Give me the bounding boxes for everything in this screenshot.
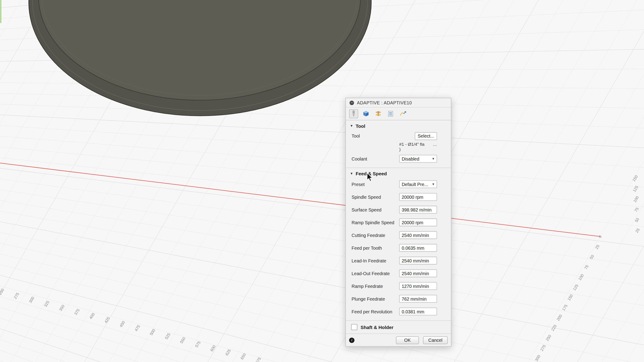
tab-heights[interactable] (374, 109, 383, 118)
ramp-spindle-speed-input[interactable]: 20000 rpm (399, 218, 437, 226)
chevron-down-icon: ▼ (432, 157, 436, 160)
axis-label: 425 (104, 316, 111, 324)
axis-label: 150 (632, 174, 639, 182)
axis-label: 125 (632, 185, 639, 193)
tool-row: Tool Select... (346, 130, 451, 142)
lead-in-feedrate-input[interactable]: 2540 mm/min (399, 257, 437, 264)
tool-description: #1 - Ø1/4" fla … ) (399, 142, 437, 152)
surface-speed-input[interactable]: 398.982 m/min (399, 206, 437, 214)
preset-select[interactable]: Default Pre... ▼ (399, 180, 437, 188)
shaft-holder-checkbox[interactable] (351, 324, 357, 330)
tool-label: Tool (352, 134, 360, 138)
feed-per-revolution-label: Feed per Revolution (352, 309, 392, 314)
dialog-footer: i OK Cancel (346, 334, 451, 346)
tool-description-line2: ) (399, 147, 401, 152)
tab-geometry[interactable] (361, 109, 370, 118)
axis-label: 75 (634, 207, 640, 213)
axis-label: 200 (556, 314, 563, 322)
coolant-value: Disabled (402, 156, 419, 161)
dialog-tab-bar (346, 108, 451, 120)
linking-icon (399, 110, 407, 118)
viewport-canvas[interactable]: 2502753003253503754004254504755005255505… (0, 0, 644, 362)
ok-button[interactable]: OK (396, 336, 419, 344)
feed-per-revolution-input[interactable]: 0.0381 mm (399, 308, 437, 316)
dialog-title-bar[interactable]: − ADAPTIVE : ADAPTIVE10 (346, 98, 451, 108)
passes-icon (387, 110, 394, 118)
field-row-ramp-feedrate: Ramp Feedrate 1270 mm/min (346, 280, 451, 292)
tab-passes[interactable] (386, 109, 395, 118)
axis-label: 50 (634, 217, 640, 223)
feed-speed-section-header[interactable]: ▼ Feed & Speed (346, 168, 451, 178)
field-row-spindle-speed: Spindle Speed 20000 rpm (346, 190, 451, 203)
field-row-lead-in-feedrate: Lead-In Feedrate 2540 mm/min (346, 254, 451, 267)
field-row-feed-per-tooth: Feed per Tooth 0.0635 mm (346, 242, 451, 254)
axis-label: 350 (58, 304, 66, 312)
surface-speed-label: Surface Speed (352, 207, 381, 212)
preset-label: Preset (352, 182, 364, 187)
axis-label: 225 (550, 324, 558, 332)
plunge-feedrate-label: Plunge Feedrate (352, 296, 385, 301)
info-icon[interactable]: i (349, 338, 354, 343)
coolant-row: Coolant Disabled ▼ (346, 152, 451, 165)
field-row-feed-per-revolution: Feed per Revolution 0.0381 mm (346, 305, 451, 318)
plunge-feedrate-input[interactable]: 762 mm/min (399, 295, 437, 303)
coolant-select[interactable]: Disabled ▼ (399, 155, 437, 162)
field-row-ramp-spindle-speed: Ramp Spindle Speed 20000 rpm (346, 216, 451, 229)
spindle-speed-input[interactable]: 20000 rpm (399, 193, 437, 201)
axis-label: 150 (566, 294, 574, 302)
tab-tool[interactable] (349, 109, 358, 118)
collapse-dialog-icon[interactable]: − (350, 100, 354, 105)
spindle-speed-label: Spindle Speed (352, 194, 381, 200)
ramp-feedrate-label: Ramp Feedrate (352, 284, 383, 288)
field-row-surface-speed: Surface Speed 398.982 m/min (346, 203, 451, 216)
tool-select-button[interactable]: Select... (415, 132, 437, 140)
tool-icon (350, 110, 358, 118)
collapse-triangle-icon: ▼ (350, 172, 353, 175)
axis-label: 400 (88, 312, 96, 320)
axis-label: 600 (209, 344, 216, 352)
axis-label: 475 (134, 324, 141, 332)
axis-label: 450 (118, 320, 126, 328)
geometry-cube-icon (362, 110, 370, 118)
axis-label: 100 (632, 195, 640, 203)
field-row-lead-out-feedrate: Lead-Out Feedrate 2540 mm/min (346, 267, 451, 280)
tab-linking[interactable] (398, 109, 408, 118)
heights-icon (374, 110, 382, 118)
coolant-label: Coolant (352, 156, 367, 161)
axis-label: 325 (43, 300, 50, 308)
shaft-holder-label: Shaft & Holder (361, 325, 394, 330)
lead-out-feedrate-input[interactable]: 2540 mm/min (399, 270, 437, 277)
axis-label: 75 (583, 264, 590, 270)
feed-per-tooth-input[interactable]: 0.0635 mm (399, 244, 437, 252)
tool-description-line1: #1 - Ø1/4" fla (399, 142, 424, 147)
axis-label: 575 (194, 340, 202, 348)
dialog-title: ADAPTIVE : ADAPTIVE10 (357, 100, 412, 105)
axis-label: 675 (255, 356, 262, 362)
axis-label: 250 (545, 334, 552, 342)
ramp-spindle-speed-label: Ramp Spindle Speed (352, 220, 394, 225)
part-disc[interactable] (29, 0, 371, 116)
cutting-feedrate-label: Cutting Feedrate (352, 232, 385, 238)
axis-label: 275 (540, 344, 547, 352)
mouse-cursor (367, 172, 374, 182)
axis-label: 25 (594, 244, 600, 250)
axis-label: 250 (0, 288, 5, 296)
lead-in-feedrate-label: Lead-In Feedrate (352, 258, 386, 263)
axis-label: 300 (28, 296, 35, 304)
cutting-feedrate-input[interactable]: 2540 mm/min (399, 231, 437, 239)
axis-label: 175 (561, 304, 568, 312)
axis-label: 275 (13, 292, 20, 300)
field-row-plunge-feedrate: Plunge Feedrate 762 mm/min (346, 292, 451, 305)
x-axis-line (0, 163, 600, 236)
shaft-holder-row: Shaft & Holder (346, 321, 451, 334)
viewport-stage[interactable]: 2502753003253503754004254504755005255505… (0, 0, 644, 362)
axis-label: 525 (164, 332, 171, 340)
chevron-down-icon: ▼ (432, 182, 436, 186)
ramp-feedrate-input[interactable]: 1270 mm/min (399, 282, 437, 290)
cancel-button[interactable]: Cancel (423, 336, 448, 344)
axis-label: 0 (598, 234, 602, 239)
tool-section-header[interactable]: ▼ Tool (346, 120, 451, 130)
collapse-triangle-icon: ▼ (350, 124, 353, 128)
preset-value: Default Pre... (402, 182, 428, 187)
axis-label: 500 (149, 328, 156, 336)
